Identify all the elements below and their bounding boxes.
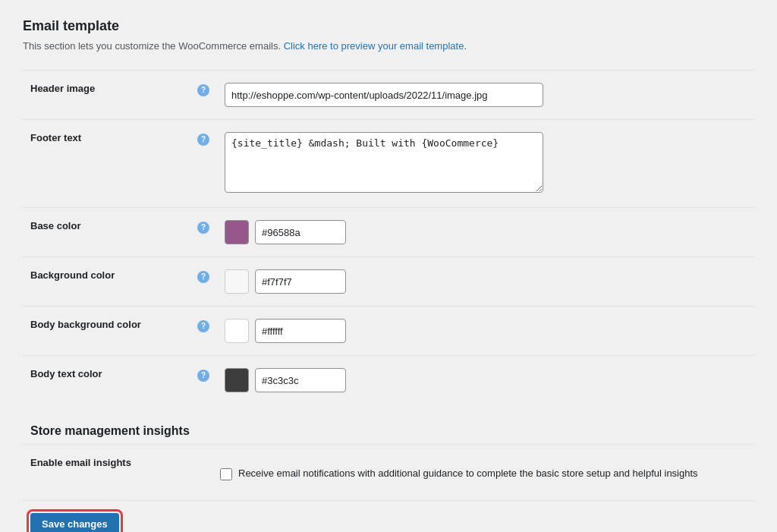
body-text-color-swatch[interactable] (225, 368, 249, 392)
base-color-help-icon[interactable]: ? (197, 222, 209, 234)
settings-table: Header image ? Footer text ? {site_ti (23, 70, 754, 405)
body-background-color-field (225, 319, 747, 343)
save-button-row: Save changes (23, 500, 754, 532)
enable-email-insights-label: Enable email insights (30, 457, 131, 468)
body-text-color-label: Body text color (30, 368, 102, 379)
background-color-label: Background color (30, 269, 115, 281)
background-color-input[interactable] (255, 269, 346, 294)
background-color-row: Background color ? (23, 257, 754, 307)
body-background-color-swatch[interactable] (225, 319, 249, 343)
footer-text-row: Footer text ? {site_title} &mdash; Built… (23, 120, 754, 208)
footer-text-help-icon[interactable]: ? (197, 134, 209, 146)
page-container: Email template This section lets you cus… (0, 0, 777, 532)
body-text-color-input[interactable] (255, 368, 346, 392)
background-color-help-icon[interactable]: ? (197, 271, 209, 283)
footer-text-input[interactable]: {site_title} &mdash; Built with {WooComm… (225, 132, 543, 193)
description-text: This section lets you customize the WooC… (23, 40, 284, 52)
body-background-color-row: Body background color ? (23, 307, 754, 356)
page-title: Email template (23, 18, 754, 34)
body-background-color-help-icon[interactable]: ? (197, 320, 209, 332)
enable-email-insights-checkbox-label: Receive email notifications with additio… (238, 467, 698, 479)
base-color-row: Base color ? (23, 208, 754, 257)
enable-email-insights-row: Enable email insights Receive email noti… (23, 445, 754, 493)
store-management-table: Enable email insights Receive email noti… (23, 444, 754, 493)
body-text-color-row: Body text color ? (23, 356, 754, 405)
base-color-swatch[interactable] (225, 220, 249, 244)
background-color-field (225, 269, 747, 294)
base-color-label: Base color (30, 220, 80, 231)
preview-template-link[interactable]: Click here to preview your email templat… (284, 40, 464, 52)
body-text-color-field (225, 368, 747, 392)
header-image-help-icon[interactable]: ? (197, 84, 209, 96)
base-color-input[interactable] (255, 220, 346, 244)
header-image-label: Header image (30, 83, 95, 94)
store-management-title: Store management insights (23, 412, 754, 444)
header-image-input[interactable] (225, 83, 543, 107)
body-text-color-help-icon[interactable]: ? (197, 370, 209, 382)
body-background-color-input[interactable] (255, 319, 346, 343)
base-color-field (225, 220, 747, 244)
header-image-row: Header image ? (23, 71, 754, 120)
background-color-swatch[interactable] (225, 269, 249, 294)
body-background-color-label: Body background color (30, 319, 141, 330)
save-changes-button[interactable]: Save changes (30, 513, 119, 532)
footer-text-label: Footer text (30, 132, 81, 143)
page-description: This section lets you customize the WooC… (23, 40, 754, 52)
enable-email-insights-field: Receive email notifications with additio… (220, 457, 747, 480)
enable-email-insights-checkbox[interactable] (220, 468, 232, 480)
